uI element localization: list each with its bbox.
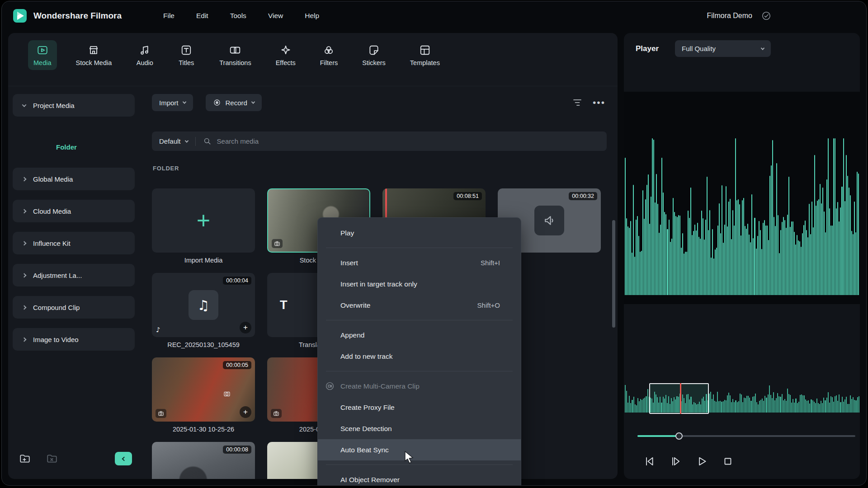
filter-button[interactable] <box>570 95 585 110</box>
menu-item-insert-target-track[interactable]: Insert in target track only <box>318 273 521 295</box>
chevron-right-icon <box>22 305 27 310</box>
new-folder-icon[interactable] <box>19 453 31 465</box>
video-thumb[interactable]: 00:00:08 <box>152 442 255 479</box>
quality-dropdown[interactable]: Full Quality <box>675 40 771 57</box>
menu-item-auto-beat-sync[interactable]: Auto Beat Sync <box>318 439 521 460</box>
tab-transitions[interactable]: Transitions <box>214 40 256 70</box>
media-tile-rec-audio[interactable]: 00:00:04 ♫ ♪ + REC_20250130_105459 <box>152 273 255 348</box>
add-to-timeline-button[interactable]: + <box>240 322 251 333</box>
more-options-button[interactable]: ••• <box>591 95 607 110</box>
chevron-right-icon <box>22 337 27 342</box>
mini-timeline[interactable] <box>625 385 859 413</box>
menu-view[interactable]: View <box>268 12 283 20</box>
previous-frame-button[interactable] <box>643 455 656 468</box>
templates-icon <box>419 44 431 56</box>
clip-selection-box[interactable] <box>649 383 709 414</box>
menu-file[interactable]: File <box>163 12 175 20</box>
sidebar-item-compound-clip[interactable]: Compound Clip <box>13 296 135 319</box>
sidebar-item-influence-kit[interactable]: Influence Kit <box>13 232 135 254</box>
play-icon <box>696 455 708 467</box>
music-note-icon: ♫ <box>189 290 218 320</box>
tab-titles[interactable]: Titles <box>172 40 200 70</box>
player-panel: Player Full Quality <box>624 33 860 479</box>
chevron-down-icon <box>22 103 27 107</box>
seek-slider[interactable] <box>637 432 855 440</box>
ellipsis-icon: ••• <box>593 100 605 105</box>
sidebar-item-image-to-video[interactable]: Image to Video <box>13 328 135 351</box>
tab-filters[interactable]: Filters <box>315 40 343 70</box>
menu-help[interactable]: Help <box>305 12 319 20</box>
menu-item-ai-object-remover[interactable]: AI Object Remover <box>318 469 521 486</box>
next-frame-button[interactable] <box>669 455 682 468</box>
menu-bar: File Edit Tools View Help <box>163 12 319 20</box>
project-name: Filmora Demo <box>707 12 752 20</box>
menu-item-create-proxy-file[interactable]: Create Proxy File <box>318 397 521 418</box>
tab-effects[interactable]: Effects <box>270 40 301 70</box>
search-input[interactable] <box>217 137 599 145</box>
media-tile-video-1[interactable]: 00:00:05 + 2025-01-30 10-25-26 <box>152 357 255 433</box>
stop-icon <box>722 455 734 467</box>
media-toolbar: Import Record ••• <box>152 94 607 112</box>
menu-item-play[interactable]: Play <box>318 222 521 244</box>
filters-icon <box>323 44 335 56</box>
preview-area <box>624 92 860 304</box>
menu-edit[interactable]: Edit <box>196 12 208 20</box>
record-button[interactable]: Record <box>206 94 262 111</box>
tile-label: REC_20250130_105459 <box>152 341 255 348</box>
video-thumb[interactable]: 00:00:05 + <box>152 357 255 422</box>
camera-icon <box>223 390 231 397</box>
chevron-right-icon <box>22 241 27 245</box>
plus-icon: + <box>152 188 255 253</box>
snapshot-icon <box>271 409 282 418</box>
sidebar-footer <box>19 452 135 466</box>
menu-item-overwrite[interactable]: Overwrite Shift+O <box>318 295 521 316</box>
collapse-sidebar-button[interactable] <box>115 452 132 465</box>
sidebar-item-folder[interactable]: Folder <box>13 126 135 168</box>
tab-templates[interactable]: Templates <box>405 40 445 70</box>
media-tile-import[interactable]: + Import Media <box>152 188 255 264</box>
filmora-logo-icon <box>13 9 27 23</box>
menu-item-scene-detection[interactable]: Scene Detection <box>318 418 521 439</box>
tab-media[interactable]: Media <box>28 40 57 70</box>
tab-stock-media[interactable]: Stock Media <box>71 40 118 70</box>
sidebar-item-global-media[interactable]: Global Media <box>13 168 135 190</box>
play-button[interactable] <box>695 455 708 468</box>
search-icon <box>203 137 212 145</box>
menu-separator <box>326 465 513 465</box>
menu-item-add-to-new-track[interactable]: Add to new track <box>318 346 521 367</box>
menu-tools[interactable]: Tools <box>230 12 246 20</box>
tile-label: Import Media <box>152 257 255 264</box>
menu-item-append[interactable]: Append <box>318 324 521 346</box>
sidebar-item-adjustment-layer[interactable]: Adjustment La... <box>13 264 135 286</box>
menu-separator <box>326 248 513 248</box>
sort-dropdown[interactable]: Default <box>159 137 181 145</box>
add-to-timeline-button[interactable]: + <box>240 406 251 418</box>
media-icon <box>37 44 48 56</box>
sidebar-item-project-media[interactable]: Project Media <box>13 94 135 117</box>
menu-item-insert[interactable]: Insert Shift+I <box>318 252 521 273</box>
sidebar-item-cloud-media[interactable]: Cloud Media <box>13 200 135 222</box>
playhead[interactable] <box>680 383 681 414</box>
audio-thumb[interactable]: 00:00:04 ♫ ♪ + <box>152 273 255 337</box>
chevron-down-icon <box>182 100 186 103</box>
transitions-icon <box>229 44 241 56</box>
section-label: FOLDER <box>153 165 179 172</box>
import-button[interactable]: Import <box>152 94 193 111</box>
slider-handle[interactable] <box>675 432 683 440</box>
audio-icon <box>139 44 151 56</box>
stop-button[interactable] <box>722 455 734 468</box>
media-tile-video-3[interactable]: 00:00:08 <box>152 442 255 479</box>
check-circle-icon[interactable] <box>761 11 771 21</box>
tab-stickers[interactable]: Stickers <box>357 40 391 70</box>
import-media-thumb[interactable]: + <box>152 188 255 253</box>
vertical-scrollbar[interactable] <box>612 220 615 328</box>
chevron-down-icon[interactable] <box>184 139 188 142</box>
delete-folder-icon[interactable] <box>46 453 58 465</box>
app-title: Wondershare Filmora <box>33 11 122 21</box>
chevron-right-icon <box>22 177 27 181</box>
slider-fill <box>637 435 679 437</box>
tab-audio[interactable]: Audio <box>131 40 159 70</box>
context-menu: Play Insert Shift+I Insert in target tra… <box>317 217 521 486</box>
menu-separator <box>326 371 513 371</box>
menu-separator <box>326 320 513 320</box>
